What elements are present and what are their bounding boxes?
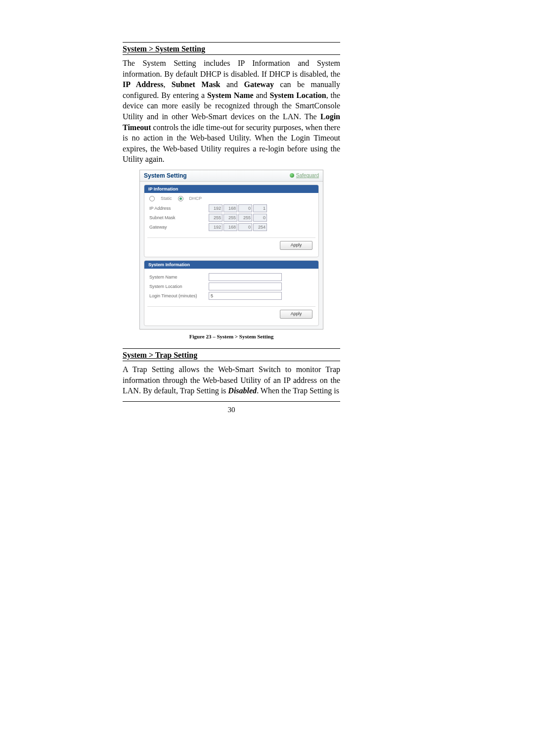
- subnet-mask-label: Subnet Mask: [149, 215, 209, 220]
- trap-setting-paragraph: A Trap Setting allows the Web-Smart Swit…: [123, 364, 340, 396]
- radio-static[interactable]: [149, 196, 155, 201]
- login-timeout-row: Login Timeout (minutes) 5: [149, 292, 313, 300]
- radio-static-label: Static: [161, 196, 172, 201]
- ip-information-panel: IP Information Static DHCP IP Address 19…: [144, 185, 319, 257]
- gw-octet-2[interactable]: 168: [223, 223, 237, 231]
- ip-mode-radio-row: Static DHCP: [149, 196, 313, 201]
- login-timeout-input[interactable]: 5: [209, 292, 282, 300]
- section-heading-system-setting: System > System Setting: [123, 45, 340, 53]
- mask-octet-3[interactable]: 255: [238, 214, 252, 222]
- ip-address-row: IP Address 192 168 0 1: [149, 204, 313, 212]
- ip-apply-button[interactable]: Apply: [280, 241, 312, 250]
- safeguard-badge: Safeguard: [290, 173, 319, 178]
- gw-octet-1[interactable]: 192: [209, 223, 222, 231]
- mask-octet-2[interactable]: 255: [223, 214, 237, 222]
- ip-octet-1[interactable]: 192: [209, 204, 222, 212]
- ip-address-label: IP Address: [149, 206, 209, 211]
- screenshot-title-text: System Setting: [144, 172, 187, 179]
- gateway-label: Gateway: [149, 225, 209, 230]
- mid-rule-bottom: [123, 361, 340, 361]
- ip-panel-body: Static DHCP IP Address 192 168 0 1 Subne…: [144, 193, 318, 236]
- login-timeout-label: Login Timeout (minutes): [149, 293, 209, 298]
- sys-panel-separator: [147, 306, 315, 307]
- radio-dhcp[interactable]: [178, 196, 183, 201]
- system-location-input[interactable]: [209, 283, 282, 290]
- footer-rule: [123, 401, 340, 402]
- top-rule: [123, 42, 340, 43]
- system-setting-screenshot: System Setting Safeguard IP Information …: [139, 170, 323, 330]
- gw-octet-4[interactable]: 254: [253, 223, 267, 231]
- ip-panel-separator: [147, 237, 315, 238]
- screenshot-titlebar: System Setting Safeguard: [140, 170, 323, 182]
- safeguard-label: Safeguard: [296, 173, 319, 178]
- ip-panel-header: IP Information: [144, 185, 318, 193]
- gw-octet-3[interactable]: 0: [238, 223, 252, 231]
- radio-dhcp-label: DHCP: [189, 196, 202, 201]
- system-information-panel: System Information System Name System Lo…: [144, 260, 319, 326]
- ip-octet-4[interactable]: 1: [253, 204, 267, 212]
- sys-apply-button[interactable]: Apply: [280, 310, 312, 319]
- ip-octet-3[interactable]: 0: [238, 204, 252, 212]
- system-name-row: System Name: [149, 273, 313, 281]
- ip-octet-2[interactable]: 168: [223, 204, 237, 212]
- system-name-label: System Name: [149, 275, 209, 280]
- system-name-input[interactable]: [209, 273, 282, 281]
- figure-caption: Figure 23 – System > System Setting: [123, 333, 340, 339]
- sys-apply-row: Apply: [150, 310, 312, 319]
- ip-apply-row: Apply: [150, 241, 312, 250]
- mid-rule-top: [123, 348, 340, 349]
- sys-panel-body: System Name System Location Login Timeou…: [144, 269, 318, 304]
- safeguard-icon: [290, 173, 294, 178]
- gateway-row: Gateway 192 168 0 254: [149, 223, 313, 231]
- sys-panel-header: System Information: [144, 261, 318, 269]
- page-number: 30: [123, 406, 340, 414]
- mask-octet-4[interactable]: 0: [253, 214, 267, 222]
- system-setting-paragraph: The System Setting includes IP Informati…: [123, 58, 340, 165]
- document-page: System > System Setting The System Setti…: [123, 42, 340, 414]
- system-location-label: System Location: [149, 284, 209, 289]
- subnet-mask-row: Subnet Mask 255 255 255 0: [149, 214, 313, 222]
- system-location-row: System Location: [149, 283, 313, 290]
- heading-underline-rule: [123, 54, 340, 55]
- mask-octet-1[interactable]: 255: [209, 214, 222, 222]
- section-heading-trap-setting: System > Trap Setting: [123, 351, 340, 360]
